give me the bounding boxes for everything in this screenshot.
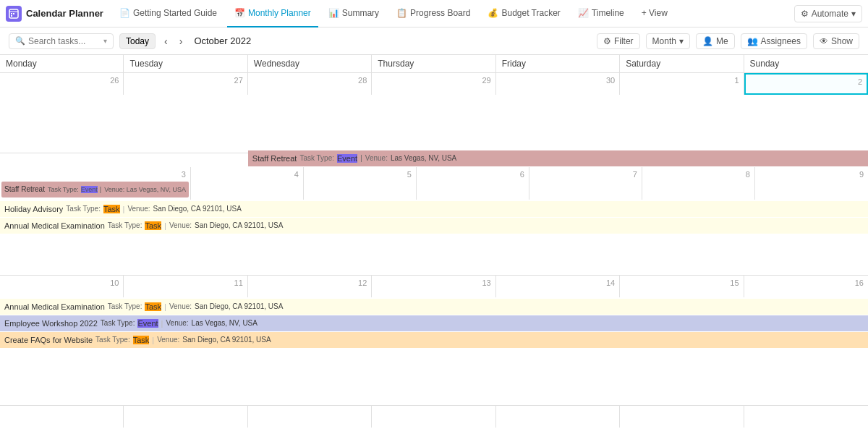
- day-13[interactable]: 13: [372, 276, 495, 297]
- toolbar-right: ⚙ Filter Month ▾ 👤 Me 👥 Assignees 👁 Show: [597, 33, 859, 49]
- tab-monthly-planner[interactable]: 📅 Monthly Planner: [227, 0, 318, 27]
- day-18[interactable]: [124, 406, 247, 428]
- day-headers: Monday Tuesday Wednesday Thursday Friday…: [0, 55, 868, 73]
- day-29[interactable]: 29: [372, 73, 495, 95]
- day-8[interactable]: 8: [642, 167, 755, 200]
- month-chevron-icon: ▾: [679, 36, 684, 46]
- annual-medical-event-w2[interactable]: Annual Medical Examination Task Type: Ta…: [0, 218, 868, 234]
- day-4[interactable]: 4: [191, 167, 304, 200]
- day-22[interactable]: [620, 406, 744, 428]
- calendar-grid: Monday Tuesday Wednesday Thursday Friday…: [0, 55, 868, 442]
- filter-icon: ⚙: [603, 36, 611, 46]
- day-14[interactable]: 14: [496, 276, 620, 297]
- assignees-icon: 👥: [747, 36, 758, 46]
- venue-medical-w3: San Diego, CA 92101, USA: [195, 302, 283, 310]
- week-3-events: Annual Medical Examination Task Type: Ta…: [0, 297, 868, 349]
- day-6[interactable]: 6: [417, 167, 529, 200]
- staff-retreat-partial[interactable]: Staff Retreat Task Type: Event | Venue: …: [1, 182, 189, 197]
- day-27[interactable]: 27: [124, 73, 247, 95]
- day-9[interactable]: 9: [755, 167, 868, 200]
- task-type-label: Task Type:: [299, 154, 334, 162]
- tab-getting-started[interactable]: 📄 Getting Started Guide: [112, 0, 224, 27]
- filter-button[interactable]: ⚙ Filter: [597, 33, 640, 49]
- getting-started-icon: 📄: [119, 8, 130, 18]
- day-28[interactable]: 28: [248, 73, 372, 95]
- task-badge-holiday: Task: [103, 205, 120, 213]
- day-21[interactable]: [496, 406, 620, 428]
- day-3[interactable]: 3 Staff Retreat Task Type: Event | Venue…: [0, 167, 191, 200]
- toolbar: 🔍 ▾ Today ‹ › October 2022 ⚙ Filter Mont…: [0, 27, 868, 55]
- day-7[interactable]: 7: [529, 167, 642, 200]
- today-button[interactable]: Today: [119, 33, 156, 49]
- day-30[interactable]: 30: [496, 73, 620, 95]
- event-title: Staff Retreat: [252, 154, 297, 163]
- holiday-advisory-event[interactable]: Holiday Advisory Task Type: Task | Venue…: [0, 201, 868, 217]
- progress-board-icon: 📋: [396, 8, 407, 18]
- event-badge-workshop: Event: [137, 319, 158, 328]
- pipe-sep: |: [360, 154, 362, 162]
- app-logo-icon: [6, 6, 22, 22]
- day-header-sunday: Sunday: [744, 55, 868, 73]
- svg-rect-4: [11, 15, 12, 17]
- day-17[interactable]: [0, 406, 124, 428]
- app-logo: Calendar Planner: [6, 6, 103, 22]
- tab-timeline[interactable]: 📈 Timeline: [571, 0, 631, 27]
- timeline-icon: 📈: [578, 8, 589, 18]
- summary-icon: 📊: [328, 8, 339, 18]
- day-16[interactable]: 16: [744, 276, 868, 297]
- day-19[interactable]: [248, 406, 372, 428]
- automate-icon: ⚙: [801, 9, 809, 19]
- tab-view[interactable]: + View: [634, 0, 675, 27]
- day-20[interactable]: [372, 406, 495, 428]
- day-header-tuesday: Tuesday: [124, 55, 247, 73]
- event-badge: Event: [337, 154, 357, 163]
- staff-retreat-event-week1[interactable]: Staff Retreat Task Type: Event | Venue: …: [248, 150, 868, 166]
- task-badge-faqs: Task: [133, 336, 150, 344]
- day-23[interactable]: [744, 406, 868, 428]
- day-15[interactable]: 15: [620, 276, 744, 297]
- day-header-thursday: Thursday: [372, 55, 495, 73]
- task-type-label-4: Task Type:: [108, 302, 142, 310]
- day-26[interactable]: 26: [0, 73, 124, 95]
- svg-rect-3: [13, 13, 14, 14]
- tab-summary[interactable]: 📊 Summary: [321, 0, 386, 27]
- partial-task-type-label: Task Type:: [48, 186, 79, 193]
- assignees-button[interactable]: 👥 Assignees: [741, 33, 807, 49]
- day-2[interactable]: 2: [744, 73, 868, 95]
- create-faqs-event[interactable]: Create FAQs for Website Task Type: Task …: [0, 332, 868, 348]
- me-icon: 👤: [702, 36, 713, 46]
- venue-label-2: Venue:: [127, 205, 150, 213]
- day-12[interactable]: 12: [248, 276, 372, 297]
- top-nav: Calendar Planner 📄 Getting Started Guide…: [0, 0, 868, 27]
- budget-tracker-icon: 💰: [488, 8, 498, 18]
- current-date: October 2022: [194, 35, 251, 46]
- partial-venue: Venue: Las Vegas, NV, USA: [104, 186, 186, 193]
- month-button[interactable]: Month ▾: [646, 33, 690, 49]
- day-header-wednesday: Wednesday: [248, 55, 372, 73]
- event-title-medical-w3: Annual Medical Examination: [4, 302, 105, 311]
- partial-event-title: Staff Retreat: [4, 185, 45, 193]
- search-box[interactable]: 🔍 ▾: [9, 33, 114, 49]
- tab-progress-board[interactable]: 📋 Progress Board: [389, 0, 477, 27]
- next-button[interactable]: ›: [176, 34, 186, 48]
- search-input[interactable]: [28, 36, 101, 46]
- annual-medical-event-w3[interactable]: Annual Medical Examination Task Type: Ta…: [0, 299, 868, 315]
- prev-button[interactable]: ‹: [161, 34, 171, 48]
- venue-label-3: Venue:: [169, 221, 192, 229]
- task-type-label-3: Task Type:: [108, 221, 142, 229]
- day-11[interactable]: 11: [124, 276, 247, 297]
- automate-button[interactable]: ⚙ Automate ▾: [794, 5, 862, 22]
- search-chevron-icon[interactable]: ▾: [103, 37, 107, 45]
- week-3-days: 10 11 12 13 14 15 16: [0, 276, 868, 297]
- week-4: [0, 406, 868, 442]
- day-1[interactable]: 1: [620, 73, 744, 95]
- me-button[interactable]: 👤 Me: [696, 33, 735, 49]
- day-10[interactable]: 10: [0, 276, 124, 297]
- show-button[interactable]: 👁 Show: [813, 33, 859, 49]
- tab-budget-tracker[interactable]: 💰 Budget Tracker: [480, 0, 567, 27]
- week-2-events: Holiday Advisory Task Type: Task | Venue…: [0, 200, 868, 235]
- employee-workshop-event[interactable]: Employee Workshop 2022 Task Type: Event …: [0, 315, 868, 331]
- week-4-days: [0, 406, 868, 428]
- day-header-friday: Friday: [496, 55, 620, 73]
- day-5[interactable]: 5: [304, 167, 417, 200]
